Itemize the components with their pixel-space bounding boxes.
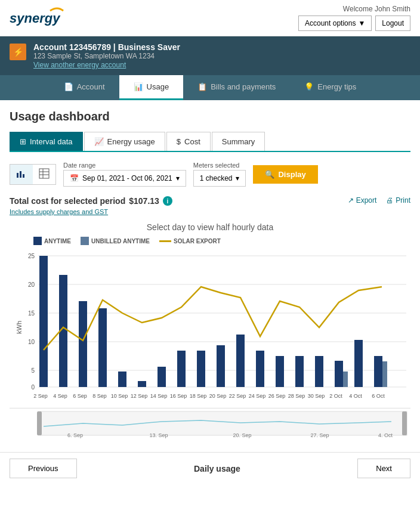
svg-text:20: 20 xyxy=(28,281,35,288)
svg-text:4. Oct: 4. Oct xyxy=(378,432,393,438)
main-content: Usage dashboard ⊞ Interval data 📈 Energy… xyxy=(0,100,420,450)
bar-6sep[interactable] xyxy=(79,301,87,387)
svg-rect-2 xyxy=(20,171,21,178)
svg-text:30 Sep: 30 Sep xyxy=(308,393,325,399)
chevron-down-icon: ▼ xyxy=(358,19,365,27)
bar-28sep[interactable] xyxy=(295,356,304,387)
display-button[interactable]: 🔍 Display xyxy=(253,165,317,184)
sub-tabs: ⊞ Interval data 📈 Energy usage $ Cost Su… xyxy=(10,132,410,152)
tab-account[interactable]: 📄 Account xyxy=(50,75,119,100)
svg-text:24 Sep: 24 Sep xyxy=(249,393,266,399)
bar-10sep[interactable] xyxy=(118,372,126,387)
svg-text:26 Sep: 26 Sep xyxy=(268,393,286,399)
bar-30sep[interactable] xyxy=(315,356,323,387)
bar-16sep[interactable] xyxy=(177,351,186,387)
account-options-button[interactable]: Account options ▼ xyxy=(298,16,372,31)
interval-icon: ⊞ xyxy=(20,137,26,146)
svg-text:20. Sep: 20. Sep xyxy=(233,432,251,438)
account-info: Account 123456789 | Business Saver 123 S… xyxy=(33,42,180,69)
svg-text:6 Sep: 6 Sep xyxy=(73,393,87,399)
svg-text:6 Oct: 6 Oct xyxy=(372,393,385,399)
chart-title: Select day to view half hourly data xyxy=(10,222,410,232)
legend-anytime: ANYTIME xyxy=(33,237,71,245)
sub-tab-energy-usage[interactable]: 📈 Energy usage xyxy=(84,132,165,151)
tab-bills[interactable]: 📋 Bills and payments xyxy=(183,75,290,100)
chart-area: Select day to view half hourly data ANYT… xyxy=(10,222,410,440)
search-icon: 🔍 xyxy=(265,170,274,179)
next-button[interactable]: Next xyxy=(357,459,410,478)
previous-button[interactable]: Previous xyxy=(10,459,77,478)
view-another-link[interactable]: View another energy account xyxy=(33,61,126,69)
svg-rect-1 xyxy=(17,173,18,178)
svg-text:22 Sep: 22 Sep xyxy=(229,393,246,399)
bar-26sep[interactable] xyxy=(276,356,284,387)
bar-6oct-unbilled[interactable] xyxy=(382,361,387,387)
cost-row: Total cost for selected period $107.13 i… xyxy=(10,196,410,206)
action-links: ↗ Export 🖨 Print xyxy=(348,196,410,205)
bar-2oct[interactable] xyxy=(335,361,343,387)
energy-usage-icon: 📈 xyxy=(94,137,104,146)
bar-22sep[interactable] xyxy=(236,335,245,387)
mini-chart-svg[interactable]: 6. Sep 13. Sep 20. Sep 27. Sep 4. Oct xyxy=(16,408,409,438)
svg-text:18 Sep: 18 Sep xyxy=(190,393,207,399)
cost-icon: $ xyxy=(177,137,181,146)
bar-8sep[interactable] xyxy=(98,308,107,387)
anytime-legend-box xyxy=(33,237,42,245)
tab-usage[interactable]: 📊 Usage xyxy=(119,75,184,100)
svg-text:8 Sep: 8 Sep xyxy=(92,393,107,399)
mini-chart: 6. Sep 13. Sep 20. Sep 27. Sep 4. Oct xyxy=(10,408,410,440)
tab-energy-tips[interactable]: 💡 Energy tips xyxy=(290,75,370,100)
account-address: 123 Sample St, Sampletown WA 1234 xyxy=(33,52,180,60)
export-link[interactable]: ↗ Export xyxy=(348,196,377,205)
chart-view-button[interactable] xyxy=(10,165,33,184)
svg-text:28 Sep: 28 Sep xyxy=(288,393,305,399)
date-range-label: Date range xyxy=(63,162,186,169)
sub-tab-cost[interactable]: $ Cost xyxy=(166,132,211,151)
svg-text:kWh: kWh xyxy=(16,321,23,334)
bar-24sep[interactable] xyxy=(256,351,264,387)
sub-tab-interval[interactable]: ⊞ Interval data xyxy=(10,132,83,151)
svg-text:25: 25 xyxy=(28,253,35,259)
calendar-icon: 📅 xyxy=(70,174,79,182)
nav-tabs: 📄 Account 📊 Usage 📋 Bills and payments 💡… xyxy=(0,75,420,100)
bar-2sep[interactable] xyxy=(39,256,48,387)
bar-12sep[interactable] xyxy=(138,381,146,387)
svg-text:10 Sep: 10 Sep xyxy=(111,393,128,399)
svg-rect-40 xyxy=(37,411,42,435)
svg-text:27. Sep: 27. Sep xyxy=(310,432,329,438)
meters-button[interactable]: 1 checked ▾ xyxy=(193,170,246,187)
supply-note[interactable]: Includes supply charges and GST xyxy=(10,208,410,215)
bar-6oct[interactable] xyxy=(374,356,382,387)
svg-text:4 Oct: 4 Oct xyxy=(349,393,362,399)
account-icon: ⚡ xyxy=(10,44,26,60)
sub-tab-summary[interactable]: Summary xyxy=(212,132,265,151)
main-chart-svg: kWh 25 20 15 10 5 0 xyxy=(16,250,409,405)
top-header: synergy Welcome John Smith Account optio… xyxy=(0,0,420,36)
bar-4oct[interactable] xyxy=(354,340,363,387)
header-buttons: Account options ▼ Logout xyxy=(298,16,410,31)
svg-text:synergy: synergy xyxy=(10,11,61,26)
logo-area: synergy xyxy=(10,6,75,30)
account-bar: ⚡ Account 123456789 | Business Saver 123… xyxy=(0,36,420,75)
print-link[interactable]: 🖨 Print xyxy=(386,196,410,205)
bills-tab-icon: 📋 xyxy=(197,82,207,91)
synergy-logo: synergy xyxy=(10,6,75,30)
usage-tab-icon: 📊 xyxy=(134,82,143,91)
page-title: Usage dashboard xyxy=(10,110,410,123)
info-icon[interactable]: i xyxy=(163,196,172,206)
svg-text:20 Sep: 20 Sep xyxy=(209,393,227,399)
bar-20sep[interactable] xyxy=(217,345,225,387)
svg-text:13. Sep: 13. Sep xyxy=(149,432,168,438)
chart-legend: ANYTIME UNBILLED ANYTIME SOLAR EXPORT xyxy=(10,237,410,245)
svg-text:0: 0 xyxy=(31,384,35,391)
table-view-button[interactable] xyxy=(33,165,55,184)
user-area: Welcome John Smith Account options ▼ Log… xyxy=(298,5,410,31)
legend-unbilled: UNBILLED ANYTIME xyxy=(81,237,150,245)
bar-18sep[interactable] xyxy=(197,351,205,387)
svg-text:6. Sep: 6. Sep xyxy=(67,432,83,438)
date-range-button[interactable]: 📅 Sep 01, 2021 - Oct 06, 2021 ▾ xyxy=(63,170,186,187)
logout-button[interactable]: Logout xyxy=(375,16,410,31)
bar-14sep[interactable] xyxy=(158,367,166,387)
bar-2oct-unbilled[interactable] xyxy=(343,372,348,387)
total-cost-area: Total cost for selected period $107.13 i xyxy=(10,196,172,206)
